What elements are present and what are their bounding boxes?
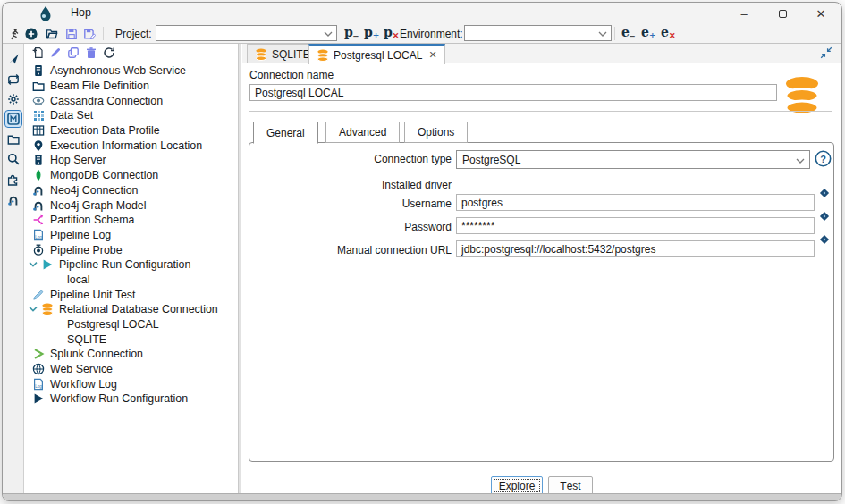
document-tab-postgresql-local[interactable]: Postgresql LOCAL✕ <box>308 44 445 64</box>
tree-item[interactable]: Cassandra Connection <box>25 93 238 108</box>
test-button[interactable]: Test <box>548 476 593 495</box>
explore-button[interactable]: Explore <box>491 476 543 495</box>
tree-item[interactable]: MongoDB Connection <box>25 168 238 183</box>
variable-icon[interactable] <box>819 234 830 245</box>
hop-run-icon[interactable] <box>6 26 21 41</box>
new-metadata-button[interactable] <box>30 46 45 60</box>
tab-close-icon[interactable]: ✕ <box>428 49 436 61</box>
refresh-metadata-button[interactable] <box>102 46 116 60</box>
tree-item-label: Relational Database Connection <box>59 303 218 315</box>
tree-item[interactable]: Asynchronous Web Service <box>25 63 238 79</box>
environment-delete-button[interactable]: e✕ <box>661 25 675 42</box>
manual-url-input[interactable] <box>456 240 815 257</box>
variable-icon[interactable] <box>819 211 830 222</box>
perspective-bar <box>3 44 24 493</box>
tree-item-label: Execution Data Profile <box>50 124 160 137</box>
minimize-icon: – <box>740 7 747 21</box>
cassandra-icon <box>32 95 45 107</box>
tree-item[interactable]: Hop Server <box>25 153 238 168</box>
password-input[interactable] <box>456 217 815 234</box>
subscript: + <box>373 31 380 40</box>
chevron-down-icon[interactable] <box>29 261 40 268</box>
project-add-button[interactable]: p+ <box>364 25 379 42</box>
save-button[interactable] <box>63 26 79 41</box>
tree-item-label: Pipeline Probe <box>50 244 123 256</box>
tree-item[interactable]: Beam File Definition <box>25 79 238 94</box>
tree-item-label: Neo4j Connection <box>50 184 139 197</box>
svg-text:Log: Log <box>35 234 42 239</box>
tab-advanced[interactable]: Advanced <box>325 122 400 143</box>
perspective-search[interactable] <box>4 150 22 168</box>
tree-item[interactable]: SQLITE <box>25 332 238 347</box>
project-edit-button[interactable]: p‒ <box>344 25 359 42</box>
chevron-down-icon <box>324 31 333 38</box>
tree-item-label: MongoDB Connection <box>50 169 158 181</box>
status-bar <box>3 493 841 500</box>
project-delete-button[interactable]: p✕ <box>384 25 399 42</box>
environment-combo[interactable] <box>464 25 612 41</box>
tree-item[interactable]: LogWorkflow Log <box>25 376 238 391</box>
globe-icon <box>32 363 45 375</box>
password-label: Password <box>249 221 452 233</box>
save-as-button[interactable] <box>81 26 97 41</box>
environment-edit-button[interactable]: e‒ <box>621 25 635 42</box>
edit-metadata-button[interactable] <box>48 46 63 60</box>
perspective-data-orchestration[interactable] <box>4 50 22 68</box>
tree-item[interactable]: Pipeline Probe <box>25 242 238 257</box>
delete-metadata-button[interactable] <box>84 46 98 60</box>
dataset-icon <box>32 109 45 122</box>
tree-item[interactable]: Workflow Run Configuration <box>25 391 238 407</box>
perspective-metadata[interactable] <box>4 110 22 128</box>
collapse-panel-icon[interactable] <box>820 46 832 59</box>
minimize-button[interactable]: – <box>725 3 763 24</box>
duplicate-metadata-button[interactable] <box>66 46 80 60</box>
partition-icon <box>32 214 45 226</box>
tree-item[interactable]: Relational Database Connection <box>25 302 238 317</box>
letter: p <box>364 25 373 39</box>
panel-splitter[interactable] <box>239 44 241 493</box>
manual-url-label: Manual connection URL <box>249 244 452 256</box>
document-tab-sqlite[interactable]: SQLITE <box>247 44 318 63</box>
tree-item[interactable]: Postgresql LOCAL <box>25 317 238 332</box>
toolbar-separator <box>103 27 104 40</box>
tree-item[interactable]: Web Service <box>25 362 238 377</box>
perspective-workflow[interactable] <box>4 71 22 88</box>
connection-name-input[interactable] <box>249 84 777 101</box>
connection-type-label: Connection type <box>249 153 452 165</box>
tree-item[interactable]: Data Set <box>25 108 238 123</box>
project-combo[interactable] <box>156 25 337 41</box>
open-file-button[interactable] <box>44 26 59 41</box>
tree-item[interactable]: LogPipeline Log <box>25 228 238 243</box>
perspective-neo4j[interactable] <box>4 191 22 209</box>
tree-item[interactable]: Pipeline Unit Test <box>25 287 238 302</box>
tree-item[interactable]: Execution Data Profile <box>25 123 238 139</box>
tree-item[interactable]: Neo4j Graph Model <box>25 197 238 213</box>
tree-item-label: Neo4j Graph Model <box>50 199 146 212</box>
p-puzzle-icon <box>7 173 20 186</box>
connection-type-combo[interactable]: PostgreSQL <box>456 150 810 169</box>
tree-item[interactable]: Splunk Connection <box>25 347 238 362</box>
environment-add-button[interactable]: e+ <box>641 25 655 42</box>
neo4j-icon <box>32 199 45 212</box>
probe-icon <box>32 244 45 256</box>
perspective-configuration[interactable] <box>4 90 22 108</box>
new-item-button[interactable] <box>23 26 38 41</box>
close-button[interactable]: ✕ <box>802 3 840 24</box>
variable-icon[interactable] <box>819 188 830 198</box>
username-input[interactable] <box>456 194 815 211</box>
chevron-down-icon[interactable] <box>29 306 40 313</box>
help-icon[interactable]: ? <box>815 150 832 167</box>
tree-item[interactable]: Pipeline Run Configuration <box>25 257 238 273</box>
tree-item[interactable]: Partition Schema <box>25 213 238 228</box>
tree-item-label: local <box>67 273 89 286</box>
tree-item[interactable]: Neo4j Connection <box>25 183 238 198</box>
tree-item[interactable]: local <box>25 273 238 288</box>
perspective-plugins[interactable] <box>4 171 22 189</box>
tree-item-label: Workflow Run Configuration <box>50 392 188 405</box>
tab-options[interactable]: Options <box>404 122 468 143</box>
tab-general[interactable]: General <box>253 122 318 144</box>
main-toolbar: Project: Environment: p‒p+p✕e‒e+e✕ <box>3 24 841 43</box>
tree-item[interactable]: Execution Information Location <box>25 138 238 153</box>
maximize-button[interactable] <box>764 3 801 24</box>
perspective-file-explorer[interactable] <box>4 130 22 148</box>
